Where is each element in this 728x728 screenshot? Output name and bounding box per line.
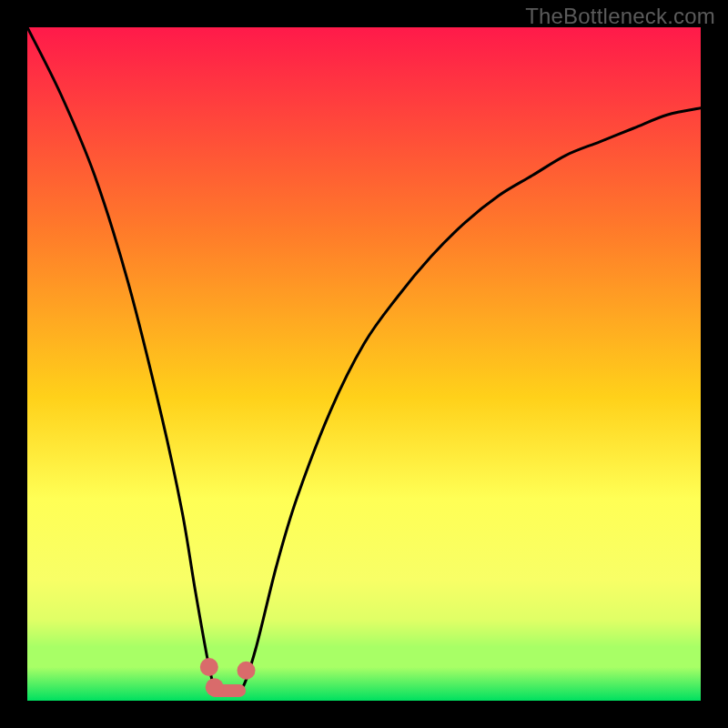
watermark-text: TheBottleneck.com bbox=[525, 4, 715, 29]
weight-marker-left-lower bbox=[206, 678, 224, 696]
bottleneck-chart bbox=[27, 27, 701, 701]
gradient-background bbox=[27, 27, 701, 701]
chart-frame: { "watermark": "TheBottleneck.com", "col… bbox=[0, 0, 728, 728]
weight-marker-right bbox=[238, 662, 256, 680]
weight-marker-left-upper bbox=[200, 658, 218, 676]
